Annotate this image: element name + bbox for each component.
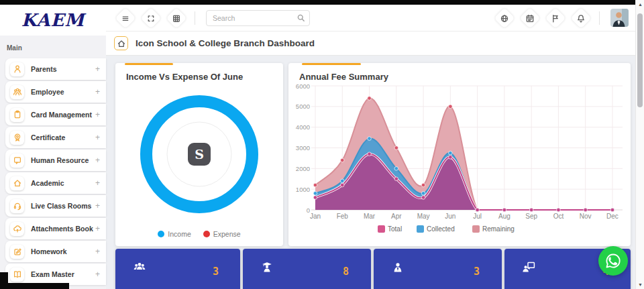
sidebar-item-certificate[interactable]: Certificate+ xyxy=(5,127,106,148)
svg-text:Remaining: Remaining xyxy=(482,225,515,233)
topbar-right-group xyxy=(492,9,629,27)
sidebar-item-live-class-rooms[interactable]: Live Class Rooms+ xyxy=(5,195,106,217)
sidebar-item-academic[interactable]: Academic+ xyxy=(5,172,106,194)
svg-text:Aug: Aug xyxy=(498,213,511,220)
expand-plus-icon[interactable]: + xyxy=(95,64,100,74)
home-icon xyxy=(10,176,24,190)
legend-label: Income xyxy=(168,230,191,238)
expand-plus-icon[interactable]: + xyxy=(95,156,100,165)
search-input[interactable] xyxy=(206,10,310,26)
svg-text:1000: 1000 xyxy=(296,186,310,193)
svg-text:6000: 6000 xyxy=(296,82,310,90)
apps-button[interactable] xyxy=(166,7,186,28)
pencil-square-icon xyxy=(10,245,24,259)
expand-plus-icon[interactable]: + xyxy=(95,224,100,233)
sidebar-menu: Parents+Employee+Card Management+Certifi… xyxy=(0,58,106,285)
sidebar-item-card-management[interactable]: Card Management+ xyxy=(5,104,106,125)
avatar-image xyxy=(610,9,629,27)
income-expense-card: Income Vs Expense Of June S IncomeExpens… xyxy=(115,63,283,246)
screen-artifact xyxy=(0,283,69,289)
legend-dot xyxy=(203,231,210,237)
topbar xyxy=(106,5,635,32)
legend-item-income: Income xyxy=(158,230,191,238)
svg-text:5000: 5000 xyxy=(296,103,310,110)
sidebar-item-exam-master[interactable]: Exam Master+ xyxy=(5,264,106,285)
svg-text:3000: 3000 xyxy=(296,144,310,152)
svg-text:2000: 2000 xyxy=(296,165,310,172)
whatsapp-button[interactable] xyxy=(598,246,628,276)
globe-icon xyxy=(500,13,510,23)
headset-icon xyxy=(10,199,24,213)
home-button[interactable] xyxy=(114,36,128,50)
brand-logo[interactable]: KAEM xyxy=(0,5,106,36)
svg-text:Jul: Jul xyxy=(473,213,482,220)
sidebar-item-label: Card Management xyxy=(31,111,92,119)
scrollbar-thumb[interactable] xyxy=(637,13,643,107)
sidebar-item-attachments-book[interactable]: Attachments Book+ xyxy=(5,218,106,239)
svg-text:Nov: Nov xyxy=(580,213,592,220)
svg-text:S: S xyxy=(195,147,204,162)
stat-card-1[interactable]: 3 xyxy=(115,249,240,289)
svg-text:Oct: Oct xyxy=(553,213,564,220)
sidebar-item-homework[interactable]: Homework+ xyxy=(5,241,106,262)
sidebar-item-parents[interactable]: Parents+ xyxy=(5,58,106,80)
menu-icon xyxy=(121,13,131,23)
expand-plus-icon[interactable]: + xyxy=(95,178,100,188)
divider xyxy=(599,11,600,25)
fee-card-title: Annual Fee Summary xyxy=(288,63,631,82)
globe-button[interactable] xyxy=(494,7,515,28)
whatsapp-icon xyxy=(604,252,622,270)
expand-plus-icon[interactable]: + xyxy=(95,87,100,97)
stat-card-2[interactable]: 8 xyxy=(243,249,371,289)
svg-text:Jun: Jun xyxy=(445,213,455,220)
window-top-strip xyxy=(0,0,635,5)
people-group-solid-icon xyxy=(133,262,158,282)
svg-text:Feb: Feb xyxy=(337,213,349,220)
svg-text:4000: 4000 xyxy=(296,123,310,131)
svg-text:Mar: Mar xyxy=(364,213,376,220)
fullscreen-button[interactable] xyxy=(140,7,161,28)
expand-plus-icon[interactable]: + xyxy=(95,270,100,279)
bell-button[interactable] xyxy=(570,7,591,28)
sidebar-item-employee[interactable]: Employee+ xyxy=(5,81,106,103)
expand-plus-icon[interactable]: + xyxy=(95,110,100,119)
calendar-icon xyxy=(525,13,535,23)
cloud-upload-icon xyxy=(10,222,24,236)
sidebar-item-label: Homework xyxy=(31,247,67,255)
search-icon xyxy=(296,13,306,23)
expand-plus-icon[interactable]: + xyxy=(95,201,100,211)
divider xyxy=(195,11,195,25)
presenter-solid-icon xyxy=(522,262,547,282)
legend-dot xyxy=(158,231,164,237)
svg-text:Jan: Jan xyxy=(310,213,321,220)
calendar-button[interactable] xyxy=(519,7,540,28)
topbar-left-group xyxy=(113,11,189,25)
person-icon xyxy=(10,62,24,76)
page-title: Icon School & College Branch Dashboard xyxy=(136,38,315,48)
svg-text:Apr: Apr xyxy=(391,213,402,220)
flag-button[interactable] xyxy=(545,7,566,28)
user-avatar[interactable] xyxy=(610,9,629,27)
stat-value: 8 xyxy=(343,266,349,278)
expand-plus-icon[interactable]: + xyxy=(95,133,100,142)
annual-fee-area-chart: 0100020003000400050006000JanFebMarAprMay… xyxy=(292,82,627,243)
card-accent xyxy=(302,63,361,65)
menu-button[interactable] xyxy=(115,7,136,28)
flag-icon xyxy=(551,13,561,23)
stat-card-3[interactable]: 3 xyxy=(374,249,502,289)
sidebar-item-human-resource[interactable]: Human Resource+ xyxy=(5,150,106,171)
open-book-icon xyxy=(10,268,24,282)
graduate-solid-icon xyxy=(260,262,286,282)
expand-plus-icon[interactable]: + xyxy=(95,247,100,256)
legend-item-expense: Expense xyxy=(203,230,241,238)
income-card-title: Income Vs Expense Of June xyxy=(115,63,283,82)
breadcrumb: Icon School & College Branch Dashboard xyxy=(106,32,635,56)
chat-square-icon xyxy=(10,154,24,168)
certificate-icon xyxy=(10,131,24,145)
donut-legend: IncomeExpense xyxy=(115,230,283,238)
sidebar-item-label: Attachments Book xyxy=(31,225,93,233)
svg-text:Collected: Collected xyxy=(427,225,455,233)
fullscreen-icon xyxy=(146,13,156,23)
scroll-up-arrow[interactable]: ▲ xyxy=(636,2,644,7)
scroll-down-arrow[interactable]: ▼ xyxy=(636,282,644,287)
